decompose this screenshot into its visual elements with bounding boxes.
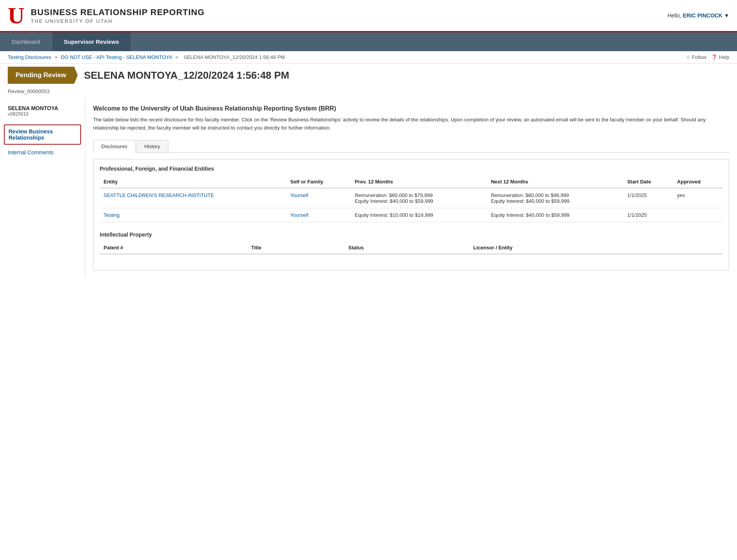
table-row: TestingYourselfEquity Interest: $10,000 …	[100, 208, 723, 222]
main-nav: Dashboard Supervisor Reviews	[0, 32, 737, 51]
prev-12-cell: Equity Interest: $10,000 to $19,999	[351, 208, 487, 222]
welcome-title: Welcome to the University of Utah Busine…	[93, 105, 729, 112]
entities-table: Entity Self or Family Prev. 12 Months Ne…	[100, 176, 723, 222]
section1-title: Professional, Foreign, and Financial Ent…	[100, 166, 723, 172]
sidebar-user-name: SELENA MONTOYA	[8, 105, 77, 111]
nav-item-supervisor-reviews[interactable]: Supervisor Reviews	[52, 32, 131, 51]
greeting-text: Hello,	[668, 12, 682, 19]
start-date-cell: 1/1/2025	[623, 188, 673, 208]
follow-label: Follow	[692, 54, 707, 60]
approved-cell	[673, 208, 723, 222]
breadcrumb-current: SELENA MONTOYA_12/20/2024 1:56:48 PM	[183, 54, 285, 60]
main-layout: SELENA MONTOYA u0825010 Review Business …	[0, 97, 737, 278]
content-tabs: Disclosures History	[93, 140, 729, 153]
sidebar-user-id: u0825010	[8, 111, 77, 117]
col-next-12: Next 12 Months	[487, 176, 623, 188]
logo-text: BUSINESS RELATIONSHIP REPORTING The Univ…	[31, 7, 204, 24]
section2-title: Intellectual Property	[100, 232, 723, 238]
user-name-link[interactable]: ERIC PINCOCK	[683, 12, 722, 19]
prev-12-cell: Remuneration: $60,000 to $79,999 Equity …	[351, 188, 487, 208]
header-left: U BUSINESS RELATIONSHIP REPORTING The Un…	[8, 4, 205, 27]
start-date-cell: 1/1/2025	[623, 208, 673, 222]
help-icon: ❓	[711, 54, 717, 60]
col-approved: Approved	[673, 176, 723, 188]
disclosures-container: Professional, Foreign, and Financial Ent…	[93, 159, 729, 270]
user-dropdown-icon[interactable]: ▼	[724, 12, 729, 19]
self-family-cell: Yourself	[286, 208, 351, 222]
entity-cell[interactable]: SEATTLE CHILDREN'S RESEARCH INSTITUTE	[100, 188, 286, 208]
col-entity: Entity	[100, 176, 286, 188]
breadcrumb: Testing Disclosures > DO NOT USE - API T…	[0, 51, 737, 64]
col-licensor: Licensor / Entity	[469, 242, 723, 254]
col-start-date: Start Date	[623, 176, 673, 188]
header: U BUSINESS RELATIONSHIP REPORTING The Un…	[0, 0, 737, 32]
follow-button[interactable]: ☆ Follow	[686, 54, 707, 60]
header-right: Hello, ERIC PINCOCK ▼	[668, 12, 729, 19]
review-id: Review_00000053	[0, 87, 737, 97]
nav-item-dashboard[interactable]: Dashboard	[0, 32, 52, 51]
breadcrumb-actions: ☆ Follow ❓ Help	[686, 54, 729, 60]
col-title: Title	[247, 242, 344, 254]
next-12-cell: Remuneration: $80,000 to $99,999 Equity …	[487, 188, 623, 208]
tab-disclosures[interactable]: Disclosures	[93, 140, 135, 153]
sidebar-nav-review-business[interactable]: Review Business Relationships	[4, 124, 81, 145]
help-label: Help	[719, 54, 729, 60]
next-12-cell: Equity Interest: $40,000 to $59,999	[487, 208, 623, 222]
approved-cell: yes	[673, 188, 723, 208]
breadcrumb-link-api-testing[interactable]: DO NOT USE - API Testing - SELENA MONTOY…	[61, 54, 172, 60]
sidebar-user: SELENA MONTOYA u0825010	[4, 105, 81, 117]
sidebar-nav: Review Business Relationships Internal C…	[4, 124, 81, 159]
sidebar-nav-internal-comments[interactable]: Internal Comments	[4, 146, 81, 159]
col-status: Status	[344, 242, 469, 254]
welcome-text: The table below lists the recent disclos…	[93, 116, 729, 132]
breadcrumb-separator-1: >	[55, 54, 59, 60]
self-family-cell: Yourself	[286, 188, 351, 208]
intellectual-property-table: Patent # Title Status Licensor / Entity	[100, 242, 723, 254]
sidebar: SELENA MONTOYA u0825010 Review Business …	[0, 97, 85, 278]
entity-cell[interactable]: Testing	[100, 208, 286, 222]
col-self-family: Self or Family	[286, 176, 351, 188]
star-icon: ☆	[686, 54, 690, 60]
logo-u-icon: U	[8, 4, 24, 27]
col-prev-12: Prev. 12 Months	[351, 176, 487, 188]
main-content: Welcome to the University of Utah Busine…	[85, 97, 737, 278]
status-bar: Pending Review SELENA MONTOYA_12/20/2024…	[0, 64, 737, 87]
breadcrumb-link-testing-disclosures[interactable]: Testing Disclosures	[8, 54, 51, 60]
status-title: SELENA MONTOYA_12/20/2024 1:56:48 PM	[84, 69, 289, 81]
status-badge: Pending Review	[8, 67, 78, 84]
logo-title: BUSINESS RELATIONSHIP REPORTING	[31, 7, 204, 17]
table-row: SEATTLE CHILDREN'S RESEARCH INSTITUTEYou…	[100, 188, 723, 208]
breadcrumb-path: Testing Disclosures > DO NOT USE - API T…	[8, 54, 287, 60]
help-button[interactable]: ❓ Help	[711, 54, 729, 60]
col-patent: Patent #	[100, 242, 247, 254]
tab-history[interactable]: History	[136, 140, 168, 152]
logo-subtitle: The University of Utah	[31, 18, 204, 24]
breadcrumb-separator-2: >	[175, 54, 180, 60]
